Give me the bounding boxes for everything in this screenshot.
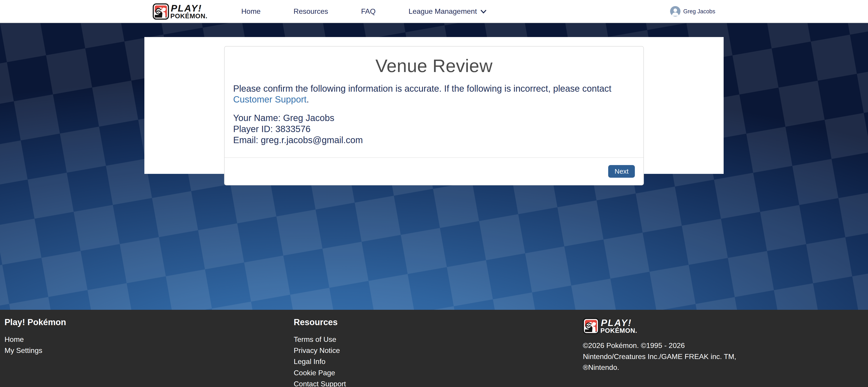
user-menu[interactable]: Greg Jacobs	[670, 6, 715, 17]
user-avatar-icon	[670, 6, 680, 17]
player-id-value: 3833576	[275, 124, 311, 134]
copyright-line-3: ®Nintendo.	[583, 362, 863, 373]
nav-item-resources[interactable]: Resources	[293, 7, 328, 15]
footer-link-legal-info[interactable]: Legal Info	[294, 357, 326, 365]
copyright-line-2: Nintendo/Creatures Inc./GAME FREAK inc. …	[583, 351, 863, 362]
footer-heading-resources: Resources	[294, 318, 574, 327]
play-pokemon-logo: PLAY! POKÉMON.	[153, 3, 220, 20]
confirmation-message: Please confirm the following information…	[233, 83, 635, 105]
next-button[interactable]: Next	[608, 165, 635, 178]
page-footer: Play! Pokémon Home My Settings Resources…	[0, 310, 868, 387]
logo-pokemon-text: POKÉMON.	[170, 12, 208, 20]
venue-review-card: Venue Review Please confirm the followin…	[224, 46, 644, 185]
confirmation-text-end: .	[307, 94, 309, 104]
user-name: Greg Jacobs	[683, 8, 715, 15]
footer-heading-play-pokemon: Play! Pokémon	[4, 318, 285, 327]
player-id-line: Player ID: 3833576	[233, 124, 635, 135]
footer-link-home[interactable]: Home	[4, 335, 24, 344]
customer-support-link[interactable]: Customer Support	[233, 94, 307, 104]
nav-item-faq[interactable]: FAQ	[361, 7, 375, 15]
top-navbar: PLAY! POKÉMON. Home Resources FAQ League…	[0, 0, 868, 23]
nav-item-home[interactable]: Home	[241, 7, 260, 15]
footer-logo-play-text: PLAY!	[601, 318, 632, 328]
nav-item-resources-label: Resources	[293, 7, 328, 15]
player-name-value: Greg Jacobs	[283, 113, 334, 123]
footer-link-terms-of-use[interactable]: Terms of Use	[294, 335, 336, 344]
player-id-label: Player ID:	[233, 124, 273, 134]
footer-links-resources: Terms of Use Privacy Notice Legal Info C…	[294, 334, 574, 387]
footer-link-privacy-notice[interactable]: Privacy Notice	[294, 346, 340, 354]
nav-item-faq-label: FAQ	[361, 7, 375, 15]
card-footer: Next	[224, 157, 644, 185]
footer-logo-pokemon-text: POKÉMON.	[600, 327, 637, 334]
chevron-down-icon	[480, 10, 487, 14]
player-name-label: Your Name:	[233, 113, 281, 123]
player-email-line: Email: greg.r.jacobs@gmail.com	[233, 135, 635, 146]
footer-column-resources: Resources Terms of Use Privacy Notice Le…	[289, 318, 578, 387]
nav-item-home-label: Home	[241, 7, 260, 15]
footer-column-legal: PLAY! POKÉMON. ©2026 Pokémon. ©1995 - 20…	[578, 318, 868, 387]
footer-link-my-settings[interactable]: My Settings	[4, 346, 42, 354]
footer-link-cookie-page[interactable]: Cookie Page	[294, 369, 335, 377]
card-body: Venue Review Please confirm the followin…	[224, 46, 644, 157]
footer-links-play-pokemon: Home My Settings	[4, 334, 285, 356]
player-name-line: Your Name: Greg Jacobs	[233, 112, 635, 124]
nav-item-league-management-label: League Management	[408, 7, 477, 15]
page-title: Venue Review	[233, 56, 635, 76]
nav-menu: Home Resources FAQ League Management	[241, 7, 487, 15]
brand-logo-link[interactable]: PLAY! POKÉMON.	[153, 3, 220, 20]
footer-link-contact-support[interactable]: Contact Support	[294, 380, 346, 387]
nav-item-league-management[interactable]: League Management	[408, 7, 486, 15]
player-email-label: Email:	[233, 135, 258, 145]
logo-play-text: PLAY!	[171, 3, 202, 13]
footer-column-play-pokemon: Play! Pokémon Home My Settings	[0, 318, 289, 387]
confirmation-text: Please confirm the following information…	[233, 84, 611, 94]
copyright-line-1: ©2026 Pokémon. ©1995 - 2026	[583, 340, 863, 351]
footer-play-pokemon-logo: PLAY! POKÉMON.	[583, 318, 650, 334]
main-content-area: Venue Review Please confirm the followin…	[0, 23, 868, 310]
player-email-value: greg.r.jacobs@gmail.com	[261, 135, 363, 145]
page-panel: Venue Review Please confirm the followin…	[144, 37, 724, 174]
navbar-container: PLAY! POKÉMON. Home Resources FAQ League…	[153, 0, 715, 23]
